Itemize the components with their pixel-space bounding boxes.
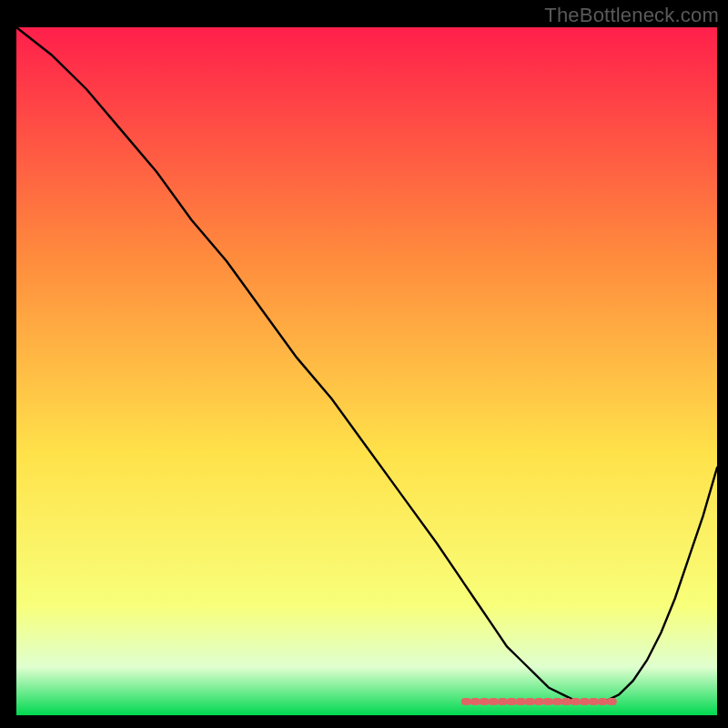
bottleneck-chart: TheBottleneck.com [0, 0, 728, 728]
chart-svg [0, 0, 728, 728]
watermark: TheBottleneck.com [544, 4, 719, 27]
